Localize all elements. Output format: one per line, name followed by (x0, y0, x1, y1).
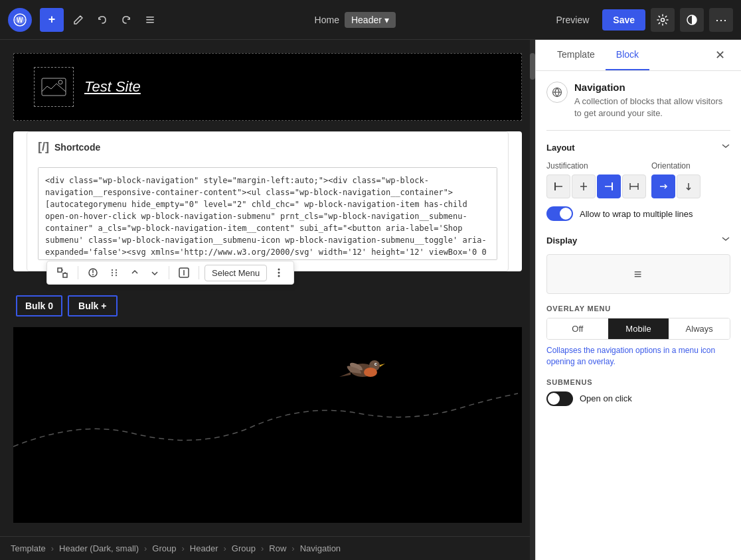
breadcrumb-nav: Home Header ▾ (315, 12, 396, 28)
display-section-header: Display (546, 234, 730, 246)
select-menu-button[interactable]: Select Menu (205, 265, 267, 281)
layout-section-title: Layout (546, 143, 575, 153)
open-on-click-label: Open on click (580, 393, 632, 403)
svg-point-24 (278, 269, 280, 271)
save-button[interactable]: Save (602, 9, 645, 31)
drag-button[interactable] (105, 265, 124, 281)
breadcrumb-home[interactable]: Home (315, 15, 339, 25)
display-section-title: Display (546, 236, 577, 245)
nav-block-header: Navigation A collection of blocks that a… (546, 82, 730, 131)
shortcode-header: [/] Shortcode (27, 132, 508, 159)
layout-section: Layout Justification (546, 141, 730, 221)
more-block-options-button[interactable] (270, 265, 288, 281)
justification-label: Justification (546, 161, 646, 171)
tab-block[interactable]: Block (606, 40, 649, 70)
justify-center-button[interactable] (572, 175, 596, 198)
overlay-desc: Collapses the navigation options in a me… (546, 345, 730, 368)
display-section: Display ≡ OVERLAY MENU Off Mobile Always… (546, 234, 730, 406)
justify-right-button[interactable] (597, 175, 621, 198)
contrast-button[interactable] (680, 8, 704, 32)
wp-logo[interactable]: W (8, 8, 32, 32)
align-button[interactable] (175, 265, 193, 281)
breadcrumb-group-2[interactable]: Group (232, 543, 256, 553)
breadcrumb-header-dark[interactable]: Header (Dark, small) (59, 543, 139, 553)
svg-rect-10 (63, 273, 67, 277)
overlay-mobile-button[interactable]: Mobile (608, 318, 669, 339)
move-down-button[interactable] (146, 265, 163, 280)
nav-block-info: Navigation A collection of blocks that a… (574, 82, 730, 119)
nav-block-icon (546, 82, 568, 103)
svg-rect-9 (58, 268, 62, 272)
svg-point-15 (92, 274, 94, 275)
panel-content: Navigation A collection of blocks that a… (536, 71, 741, 560)
nav-block-desc: A collection of blocks that allow visito… (574, 96, 730, 119)
nav-block-title: Navigation (574, 82, 730, 93)
orientation-col: Orientation (651, 161, 730, 198)
svg-point-5 (661, 18, 665, 21)
layout-toggle-button[interactable] (721, 141, 730, 153)
overlay-always-button[interactable]: Always (669, 318, 730, 339)
orientation-label: Orientation (651, 161, 730, 171)
svg-point-8 (58, 80, 62, 84)
breadcrumb-navigation[interactable]: Navigation (300, 543, 341, 553)
wrap-toggle-row: Allow to wrap to multiple lines (546, 206, 730, 221)
add-block-button[interactable]: + (40, 8, 64, 32)
bulk-0-badge: Bulk 0 (16, 295, 62, 316)
breadcrumb-header-pill[interactable]: Header ▾ (345, 12, 396, 28)
preview-button[interactable]: Preview (548, 11, 598, 29)
menu-button[interactable] (138, 8, 162, 32)
site-logo-placeholder (34, 67, 74, 107)
svg-point-25 (278, 272, 280, 274)
toolbar-divider-2 (169, 266, 169, 279)
breadcrumb-header-2[interactable]: Header (190, 543, 218, 553)
layout-section-header: Layout (546, 141, 730, 153)
orient-horizontal-button[interactable] (651, 175, 675, 198)
justify-left-button[interactable] (546, 175, 570, 198)
shortcode-tool-button[interactable] (84, 265, 102, 281)
bulk-add-badge: Bulk + (68, 295, 118, 316)
tab-template[interactable]: Template (546, 40, 606, 70)
open-on-click-toggle[interactable] (546, 391, 573, 406)
overlay-off-button[interactable]: Off (547, 318, 608, 339)
top-toolbar: W + Home Header ▾ Preview (0, 0, 741, 40)
svg-point-20 (112, 275, 113, 276)
move-up-button[interactable] (126, 265, 143, 280)
hamburger-icon: ≡ (634, 267, 643, 282)
svg-point-31 (376, 364, 377, 365)
site-header-block: Test Site (13, 53, 522, 121)
justify-stretch-button[interactable] (622, 175, 646, 198)
transform-block-button[interactable] (52, 264, 72, 281)
orient-vertical-button[interactable] (677, 175, 700, 198)
display-preview: ≡ (546, 254, 730, 294)
display-toggle-button[interactable] (721, 234, 730, 246)
breadcrumb-template[interactable]: Template (11, 543, 46, 553)
redo-button[interactable] (114, 8, 138, 32)
overlay-buttons: Off Mobile Always (546, 318, 730, 340)
svg-point-16 (112, 269, 113, 271)
right-panel: Template Block ✕ Navigation A collection… (535, 40, 741, 560)
close-panel-button[interactable]: ✕ (710, 42, 730, 68)
shortcode-bracket-icon: [/] (38, 140, 49, 154)
undo-button[interactable] (90, 8, 114, 32)
svg-point-21 (116, 275, 117, 276)
breadcrumb-group-1[interactable]: Group (152, 543, 176, 553)
svg-point-17 (116, 269, 117, 271)
orientation-buttons (651, 175, 730, 198)
svg-rect-2 (146, 17, 154, 18)
justification-buttons (546, 175, 646, 198)
more-options-button[interactable]: ⋯ (709, 8, 733, 32)
overlay-menu-label: OVERLAY MENU (546, 305, 730, 313)
svg-point-19 (116, 272, 117, 273)
breadcrumb-row[interactable]: Row (269, 543, 286, 553)
settings-button[interactable] (651, 8, 675, 32)
justification-col: Justification (546, 161, 646, 198)
svg-point-29 (364, 368, 377, 377)
svg-rect-3 (146, 19, 154, 21)
svg-text:W: W (17, 17, 23, 24)
shortcode-textarea[interactable]: <div class="wp-block-navigation" style="… (38, 167, 497, 260)
toolbar-divider (78, 266, 78, 279)
wrap-toggle[interactable] (546, 206, 573, 221)
edit-button[interactable] (66, 8, 90, 32)
toolbar-divider-3 (199, 266, 199, 279)
wrap-toggle-label: Allow to wrap to multiple lines (580, 209, 693, 219)
